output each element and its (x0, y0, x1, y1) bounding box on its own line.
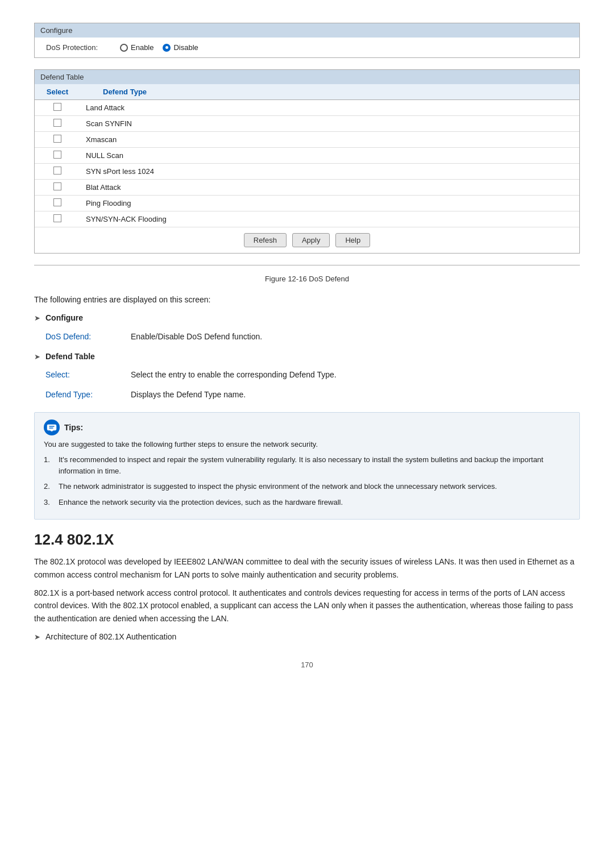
checkbox-6[interactable] (53, 198, 61, 206)
select-field: Select: Select the entry to enable the c… (45, 368, 580, 381)
section2-arrow: ➤ (34, 351, 41, 363)
section2-bullet: ➤ Defend Table (34, 350, 580, 363)
section2-fields: Select: Select the entry to enable the c… (45, 368, 580, 401)
section2-title: Defend Table (45, 350, 95, 363)
help-button[interactable]: Help (335, 233, 370, 247)
checkbox-2[interactable] (53, 135, 61, 143)
tips-box: Tips: You are suggested to take the foll… (34, 412, 580, 520)
enable-radio-label: Enable (131, 43, 154, 52)
tips-list: 1. It's recommended to inspect and repai… (44, 454, 570, 508)
configure-row: DoS Protection: Enable Disable (35, 38, 579, 57)
description-section: The following entries are displayed on t… (34, 293, 580, 401)
checkbox-5[interactable] (53, 182, 61, 190)
tips-title: Tips: (64, 423, 83, 432)
enable-radio-item[interactable]: Enable (120, 43, 154, 52)
arch-arrow: ➤ (34, 632, 41, 643)
select-cell[interactable] (35, 100, 80, 116)
dos-defend-label: DoS Defend: (45, 330, 119, 343)
select-cell[interactable] (35, 132, 80, 148)
configure-section: Configure DoS Protection: Enable Disable (34, 23, 580, 58)
section-802-body: The 802.1X protocol was developed by IEE… (34, 555, 580, 643)
checkbox-7[interactable] (53, 214, 61, 222)
select-label: Select: (45, 368, 119, 381)
defend-table-header: Defend Table (35, 70, 579, 84)
col-select: Select (35, 84, 80, 100)
defend-table: Select Defend Type Land Attack Scan SYNF… (35, 84, 579, 227)
checkbox-1[interactable] (53, 119, 61, 127)
defend-type-field: Defend Type: Displays the Defend Type na… (45, 388, 580, 401)
tip-1: 1. It's recommended to inspect and repai… (44, 454, 570, 476)
select-cell[interactable] (35, 211, 80, 227)
select-desc: Select the entry to enable the correspon… (131, 368, 337, 381)
type-cell: Blat Attack (80, 180, 579, 196)
figure-caption: Figure 12-16 DoS Defend (34, 275, 580, 283)
type-cell: Xmascan (80, 132, 579, 148)
table-row: Xmascan (35, 132, 579, 148)
configure-header: Configure (35, 23, 579, 38)
page-number: 170 (34, 661, 580, 669)
table-row: SYN/SYN-ACK Flooding (35, 211, 579, 227)
dos-radio-group: Enable Disable (120, 43, 198, 52)
select-cell[interactable] (35, 148, 80, 164)
defend-table-section: Defend Table Select Defend Type Land Att… (34, 69, 580, 254)
section-divider (34, 265, 580, 265)
tip-2: 2. The network administrator is suggeste… (44, 481, 570, 492)
select-cell[interactable] (35, 116, 80, 132)
select-cell[interactable] (35, 164, 80, 180)
checkbox-3[interactable] (53, 151, 61, 159)
table-row: NULL Scan (35, 148, 579, 164)
tips-intro: You are suggested to take the following … (44, 440, 570, 448)
tip-3: 3. Enhance the network security via the … (44, 497, 570, 508)
defend-type-label: Defend Type: (45, 388, 119, 401)
section1-bullet: ➤ Configure (34, 312, 580, 325)
defend-type-desc: Displays the Defend Type name. (131, 388, 246, 401)
dos-defend-field: DoS Defend: Enable/Disable DoS Defend fu… (45, 330, 580, 343)
table-row: SYN sPort less 1024 (35, 164, 579, 180)
checkbox-4[interactable] (53, 167, 61, 175)
description-intro: The following entries are displayed on t… (34, 293, 580, 306)
section1-fields: DoS Defend: Enable/Disable DoS Defend fu… (45, 330, 580, 343)
table-row: Ping Flooding (35, 196, 579, 211)
enable-radio-circle[interactable] (120, 44, 128, 52)
apply-button[interactable]: Apply (292, 233, 330, 247)
type-cell: SYN sPort less 1024 (80, 164, 579, 180)
section1-title: Configure (45, 312, 83, 324)
refresh-button[interactable]: Refesh (244, 233, 287, 247)
table-row: Blat Attack (35, 180, 579, 196)
section1-arrow: ➤ (34, 313, 41, 325)
section-802-para2: 802.1X is a port-based network access co… (34, 587, 580, 625)
dos-protection-label: DoS Protection: (46, 43, 114, 52)
type-cell: Ping Flooding (80, 196, 579, 211)
disable-radio-label: Disable (173, 43, 198, 52)
section-802-para1: The 802.1X protocol was developed by IEE… (34, 555, 580, 581)
disable-radio-circle[interactable] (163, 44, 171, 52)
type-cell: SYN/SYN-ACK Flooding (80, 211, 579, 227)
checkbox-0[interactable] (53, 103, 61, 111)
disable-radio-item[interactable]: Disable (163, 43, 198, 52)
arch-label: Architecture of 802.1X Authentication (45, 630, 176, 643)
table-row: Land Attack (35, 100, 579, 116)
type-cell: Scan SYNFIN (80, 116, 579, 132)
dos-defend-desc: Enable/Disable DoS Defend function. (131, 330, 262, 343)
tips-header: Tips: (44, 420, 570, 435)
section-802-heading: 12.4 802.1X (34, 531, 580, 549)
arch-bullet: ➤ Architecture of 802.1X Authentication (34, 630, 580, 643)
tips-icon (44, 420, 60, 435)
col-defend-type: Defend Type (80, 84, 579, 100)
type-cell: NULL Scan (80, 148, 579, 164)
select-cell[interactable] (35, 180, 80, 196)
type-cell: Land Attack (80, 100, 579, 116)
button-row: Refesh Apply Help (35, 227, 579, 253)
select-cell[interactable] (35, 196, 80, 211)
table-row: Scan SYNFIN (35, 116, 579, 132)
